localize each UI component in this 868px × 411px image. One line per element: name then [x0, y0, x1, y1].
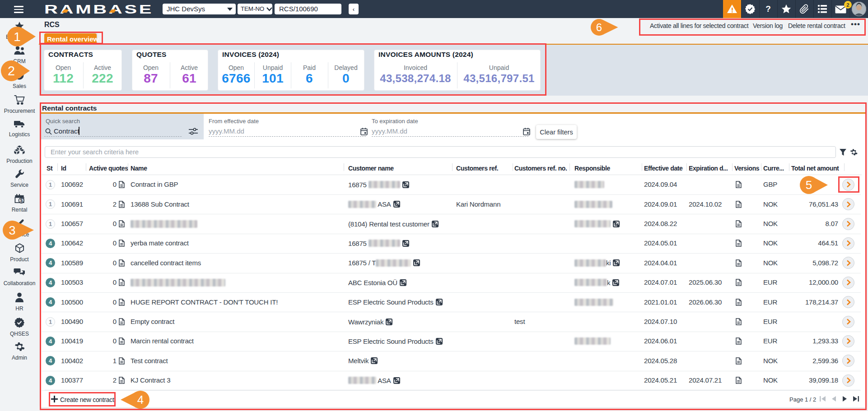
svg-text:5: 5: [806, 178, 812, 192]
svg-text:3: 3: [9, 224, 15, 237]
svg-text:1: 1: [14, 30, 21, 44]
svg-text:RAMBASE: RAMBASE: [45, 3, 154, 15]
svg-text:$: $: [20, 198, 23, 203]
svg-text:4: 4: [137, 393, 144, 406]
svg-text:2: 2: [8, 64, 15, 78]
svg-text:6: 6: [596, 21, 602, 33]
